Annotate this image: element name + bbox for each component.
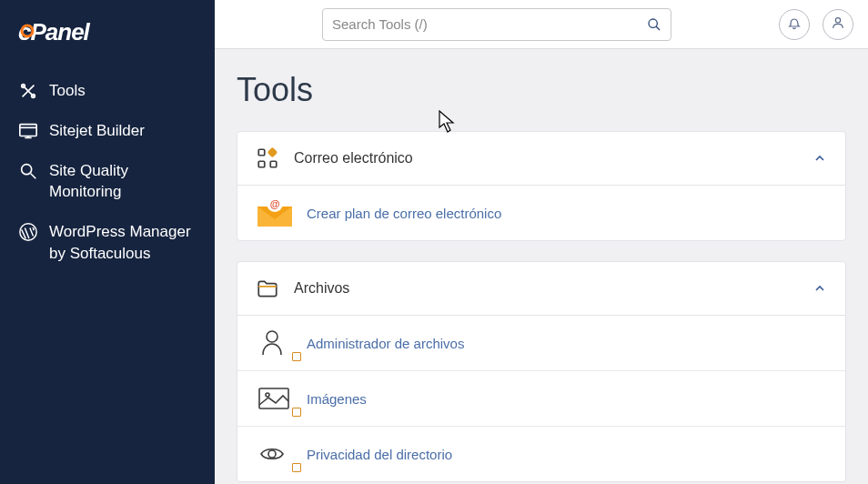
- sidebar: cPanel Tools Sitejet Builder: [0, 0, 215, 484]
- item-create-email-plan[interactable]: @ Crear plan de correo electrónico: [237, 186, 845, 240]
- bell-icon: [787, 15, 802, 34]
- svg-rect-12: [268, 148, 277, 156]
- svg-rect-14: [259, 388, 288, 408]
- tools-icon: [18, 81, 38, 101]
- chevron-up-icon: [812, 151, 827, 166]
- svg-rect-4: [20, 124, 36, 136]
- cpanel-logo[interactable]: cPanel: [0, 11, 215, 71]
- svg-point-7: [649, 19, 657, 27]
- notifications-button[interactable]: [779, 9, 810, 40]
- item-label: Administrador de archivos: [307, 336, 464, 351]
- magnifier-icon: [18, 161, 38, 181]
- sidebar-item-label: WordPress Manager by Softaculous: [49, 221, 197, 265]
- svg-point-5: [22, 164, 32, 174]
- user-icon: [831, 15, 845, 34]
- privacy-icon: [256, 439, 296, 469]
- search-box[interactable]: [322, 8, 671, 41]
- chevron-up-icon: [812, 281, 827, 296]
- main-area: Tools Correo electrónico: [215, 0, 868, 484]
- section-title: Archivos: [294, 280, 812, 297]
- apps-icon: [256, 146, 279, 170]
- sitejet-icon: [18, 121, 38, 141]
- email-icon: @: [256, 198, 296, 227]
- svg-rect-11: [270, 161, 277, 167]
- sidebar-item-label: Sitejet Builder: [49, 120, 197, 142]
- section-files: Archivos Administrador de archivos: [237, 261, 846, 482]
- svg-rect-10: [258, 161, 265, 167]
- sidebar-item-site-quality[interactable]: Site Quality Monitoring: [0, 151, 215, 213]
- sidebar-item-label: Site Quality Monitoring: [49, 160, 197, 204]
- page-title: Tools: [237, 71, 846, 109]
- images-icon: [256, 384, 296, 413]
- topbar: [215, 0, 868, 49]
- sidebar-item-sitejet[interactable]: Sitejet Builder: [0, 111, 215, 151]
- search-wrap: [229, 8, 764, 41]
- wordpress-icon: [18, 222, 38, 242]
- section-header-files[interactable]: Archivos: [237, 262, 845, 316]
- section-title: Correo electrónico: [294, 150, 812, 166]
- item-images[interactable]: Imágenes: [237, 371, 845, 427]
- user-button[interactable]: [823, 9, 853, 40]
- folder-icon: [256, 277, 279, 300]
- svg-text:cPanel: cPanel: [18, 18, 91, 45]
- topbar-actions: [779, 9, 853, 40]
- search-icon: [647, 17, 661, 32]
- item-directory-privacy[interactable]: Privacidad del directorio: [237, 427, 845, 481]
- item-label: Imágenes: [307, 391, 367, 407]
- section-email: Correo electrónico @ Crear plan de corre…: [237, 131, 846, 241]
- svg-point-15: [266, 393, 269, 397]
- search-input[interactable]: [332, 16, 647, 32]
- content: Tools Correo electrónico: [215, 49, 868, 484]
- section-header-email[interactable]: Correo electrónico: [237, 132, 845, 186]
- sidebar-item-tools[interactable]: Tools: [0, 71, 215, 111]
- item-label: Privacidad del directorio: [307, 447, 452, 462]
- sidebar-item-wordpress[interactable]: WordPress Manager by Softaculous: [0, 212, 215, 274]
- sidebar-item-label: Tools: [49, 80, 197, 102]
- file-manager-icon: [256, 328, 296, 358]
- item-file-manager[interactable]: Administrador de archivos: [237, 316, 845, 371]
- svg-point-16: [268, 450, 276, 458]
- svg-point-8: [835, 17, 840, 22]
- item-label: Crear plan de correo electrónico: [307, 206, 501, 221]
- svg-point-13: [267, 331, 278, 342]
- svg-rect-9: [258, 149, 265, 156]
